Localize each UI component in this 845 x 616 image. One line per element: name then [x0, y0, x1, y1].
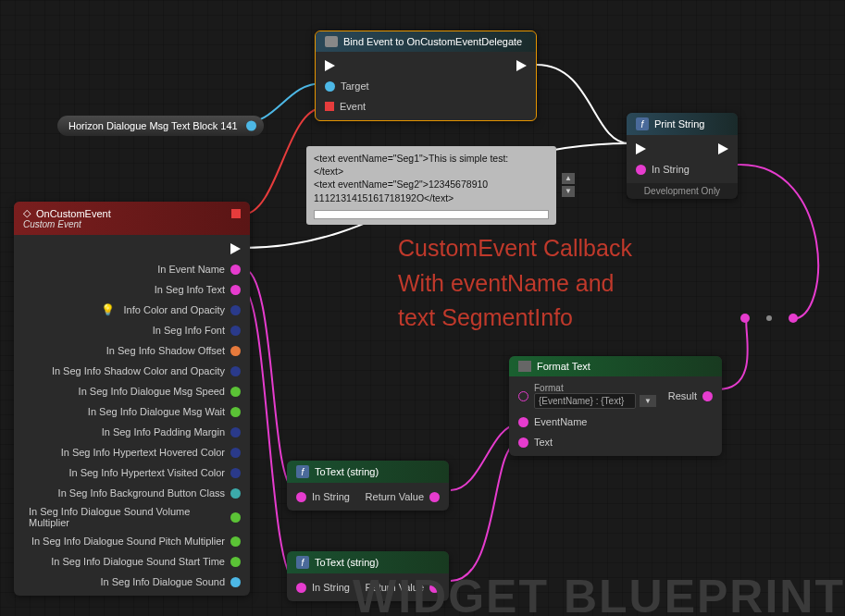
in-string-pin[interactable]	[296, 492, 306, 502]
target-pin[interactable]	[325, 81, 335, 92]
format-label: Format	[534, 383, 656, 393]
reroute-pin[interactable]	[789, 314, 798, 323]
event-output-pin-row: In Seg Info Padding Margin	[14, 422, 250, 442]
comment-line: </text>	[314, 165, 549, 178]
comment-node[interactable]: <text eventName="Seg1">This is simple te…	[306, 146, 556, 225]
output-pin[interactable]	[230, 366, 241, 376]
function-icon: f	[296, 556, 309, 569]
event-output-pin-row: In Seg Info Dialogue Msg Wait	[14, 401, 250, 422]
pin-label: In Seg Info Dialogue Msg Wait	[88, 406, 225, 417]
event-output-pin-row: 💡Info Color and Opacity	[14, 300, 250, 320]
pin-label: Event	[340, 101, 366, 112]
exec-in-pin[interactable]	[636, 143, 646, 154]
output-pin[interactable]	[230, 326, 241, 336]
pin-label: In Seg Info Dialogue Sound Start Time	[51, 556, 225, 567]
event-output-pin-row: In Seg Info Font	[14, 320, 250, 340]
event-output-pin-row: In Seg Info Hypertext Visited Color	[14, 462, 250, 483]
output-pin[interactable]	[230, 512, 241, 523]
dropdown-icon[interactable]: ▼	[640, 395, 656, 407]
pin-label: Result	[668, 390, 697, 401]
node-icon	[518, 361, 531, 372]
print-string-node[interactable]: f Print String In String Development Onl…	[627, 113, 738, 199]
comment-resize-bar[interactable]	[314, 210, 549, 219]
function-icon: f	[636, 117, 649, 130]
format-field[interactable]: {EventName} : {Text}	[534, 393, 636, 409]
event-output-pin-row: In Seg Info Shadow Offset	[14, 340, 250, 361]
output-pin[interactable]	[230, 265, 241, 275]
variable-node[interactable]: Horizon Dialogue Msg Text Block 141	[57, 116, 264, 136]
pin-label: In Seg Info Dialogue Sound	[100, 576, 225, 587]
pin-label: In Seg Info Font	[153, 325, 225, 336]
node-header: Format Text	[509, 356, 722, 376]
node-icon	[325, 36, 338, 47]
node-subtitle: Custom Event	[23, 219, 81, 229]
arrow-down-icon[interactable]: ▼	[562, 186, 575, 197]
node-header: Bind Event to OnCustomEventDelegate	[316, 31, 536, 52]
event-output-pin-row: In Seg Info Text	[14, 279, 250, 300]
annotation-text: CustomEvent Callback With eventName and …	[398, 231, 632, 336]
event-output-pin-row: In Event Name	[14, 259, 250, 279]
pin-label: In Seg Info Dialogue Sound Pitch Multipl…	[31, 536, 225, 547]
output-pin[interactable]	[230, 407, 241, 417]
pin-label: In Seg Info Dialogue Msg Speed	[79, 386, 225, 397]
node-header: f ToText (string)	[287, 461, 449, 483]
output-pin[interactable]	[230, 536, 241, 547]
pin-label: EventName	[534, 416, 587, 427]
output-pin[interactable]	[230, 346, 241, 356]
pin-label: In String	[652, 164, 690, 175]
event-output-pin-row: In Seg Info Shadow Color and Opacity	[14, 361, 250, 381]
in-string-pin[interactable]	[296, 583, 306, 593]
variable-label: Horizon Dialogue Msg Text Block 141	[68, 120, 238, 131]
reroute-node[interactable]	[740, 314, 798, 323]
node-title: Bind Event to OnCustomEventDelegate	[343, 36, 522, 47]
function-icon: f	[296, 465, 309, 478]
return-pin[interactable]	[429, 492, 440, 502]
text-pin[interactable]	[518, 437, 528, 448]
output-pin[interactable]	[230, 285, 241, 295]
output-pin[interactable]	[230, 488, 241, 499]
eventname-pin[interactable]	[518, 417, 528, 427]
pin-label: In Event Name	[157, 264, 225, 275]
custom-event-node[interactable]: ◇OnCustomEvent Custom Event In Event Nam…	[14, 202, 250, 596]
delegate-out-pin[interactable]	[231, 209, 241, 218]
pin-label: Target	[341, 80, 369, 92]
pin-label: In Seg Info Shadow Offset	[106, 345, 225, 356]
output-pin[interactable]	[230, 427, 241, 437]
pin-label: In Seg Info Background Button Class	[58, 487, 225, 499]
event-pin[interactable]	[325, 102, 334, 111]
output-pin[interactable]	[230, 557, 241, 567]
reroute-pin[interactable]	[740, 314, 750, 323]
event-output-pin-row: In Seg Info Dialogue Sound	[14, 572, 250, 592]
result-pin[interactable]	[702, 391, 713, 401]
node-header: f Print String	[627, 113, 738, 135]
in-string-pin[interactable]	[636, 165, 646, 175]
arrow-up-icon[interactable]: ▲	[562, 173, 575, 184]
dev-only-label: Development Only	[627, 183, 738, 199]
reroute-center	[766, 315, 772, 321]
node-title: Print String	[654, 118, 704, 129]
output-pin[interactable]	[230, 387, 241, 397]
event-output-pin-row: In Seg Info Dialogue Msg Speed	[14, 381, 250, 401]
exec-out-pin[interactable]	[516, 60, 527, 71]
output-pin[interactable]	[230, 577, 241, 587]
exec-out-pin[interactable]	[230, 243, 241, 254]
watermark-text: WIDGET BLUEPRINT	[353, 570, 845, 616]
exec-in-pin[interactable]	[325, 60, 335, 71]
format-text-node[interactable]: Format Text Format {EventName} : {Text} …	[509, 356, 722, 456]
pin-label: Text	[534, 437, 553, 448]
variable-output-pin[interactable]	[246, 121, 256, 131]
event-output-pin-row: In Seg Info Hypertext Hovered Color	[14, 442, 250, 462]
bind-event-node[interactable]: Bind Event to OnCustomEventDelegate Targ…	[315, 31, 537, 121]
to-text-node-1[interactable]: f ToText (string) In String Return Value	[287, 461, 449, 511]
event-output-pin-row: In Seg Info Dialogue Sound Pitch Multipl…	[14, 531, 250, 551]
pin-label: In Seg Info Text	[155, 284, 225, 295]
pin-label: In Seg Info Shadow Color and Opacity	[52, 365, 225, 376]
node-title: Format Text	[537, 361, 590, 372]
pin-label: Return Value	[366, 491, 424, 502]
format-pin[interactable]	[518, 391, 528, 401]
output-pin[interactable]	[230, 468, 241, 478]
output-pin[interactable]	[230, 448, 241, 458]
exec-out-pin[interactable]	[718, 143, 728, 154]
pin-label: In String	[312, 491, 350, 502]
output-pin[interactable]	[230, 305, 241, 315]
